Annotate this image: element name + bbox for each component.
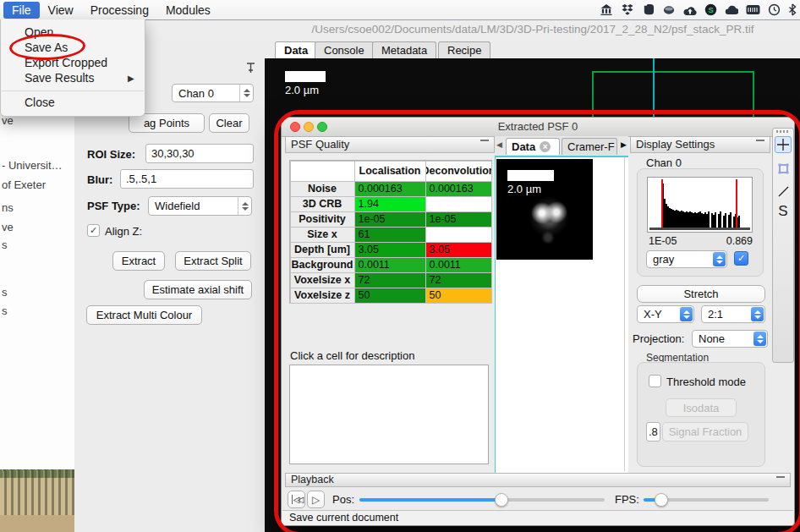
file-path: /Users/csoe002/Documents/data/LM/3D/3D-P…	[271, 23, 795, 36]
crosshair-icon	[776, 138, 790, 151]
channel-enable-checkbox[interactable]: ✓	[734, 251, 748, 266]
aspect-select[interactable]: 2:1	[701, 305, 765, 323]
table-cell[interactable]: 0.0011	[354, 257, 426, 273]
view-tabbar: ◀ Data × Cramer-F ▶	[495, 136, 628, 156]
table-cell[interactable]: 1e-05	[354, 211, 426, 228]
sidebar-fragment[interactable]: - Universit…	[2, 159, 63, 172]
bank-icon[interactable]	[600, 3, 613, 16]
view-tab-data[interactable]: Data ×	[506, 138, 560, 155]
tab-scroll-left-icon[interactable]: ◀	[496, 140, 502, 149]
menu-file[interactable]: File	[3, 2, 40, 19]
table-cell[interactable]	[425, 227, 492, 243]
onedrive-icon[interactable]	[725, 4, 738, 15]
keyboard-icon[interactable]	[746, 4, 760, 15]
sidebar-fragment[interactable]: of Exeter	[2, 178, 46, 191]
cloud-upload-icon[interactable]	[683, 4, 697, 16]
channel-label: Chan 0	[646, 156, 682, 169]
stretch-button[interactable]: Stretch	[637, 285, 765, 303]
extract-split-button[interactable]: Extract Split	[175, 251, 251, 271]
drag-handle[interactable]	[776, 130, 790, 133]
sphere-icon[interactable]	[662, 4, 676, 16]
menu-item-close[interactable]: Close	[25, 96, 55, 109]
sidebar-fragment[interactable]: s	[2, 239, 8, 251]
menu-processing[interactable]: Processing	[82, 2, 157, 19]
table-cell[interactable]: 72	[425, 272, 492, 288]
skitch-icon[interactable]: S	[704, 3, 717, 16]
table-cell[interactable]: 0.000163	[354, 181, 426, 197]
signal-fraction-button[interactable]: Signal Fraction	[662, 422, 748, 442]
threshold-mode-checkbox[interactable]	[649, 375, 661, 387]
table-cell[interactable]: 1e-05	[425, 211, 492, 228]
squiggle-tool[interactable]: S	[775, 203, 792, 220]
collapse-icon[interactable]	[480, 140, 489, 141]
table-cell[interactable]	[425, 196, 492, 212]
collapse-icon[interactable]	[756, 140, 764, 141]
table-cell[interactable]: 3.05	[425, 242, 492, 258]
menu-item-save-results[interactable]: Save Results	[25, 71, 94, 85]
tab-scroll-right-icon[interactable]: ▶	[621, 140, 627, 149]
close-traffic-light[interactable]	[290, 122, 300, 132]
table-cell[interactable]: 0.000163	[425, 181, 492, 197]
plane-select[interactable]: X-Y	[637, 305, 694, 323]
zoom-traffic-light[interactable]	[317, 122, 327, 132]
slider-thumb[interactable]	[655, 493, 668, 507]
sidebar-fragment[interactable]: s	[2, 286, 8, 299]
rectangle-select-tool[interactable]	[775, 160, 792, 177]
view-tab-cramer[interactable]: Cramer-F	[562, 138, 617, 155]
psf-window-titlebar[interactable]: Extracted PSF 0	[282, 118, 794, 137]
dropbox-icon[interactable]	[621, 3, 634, 16]
menu-item-save-as[interactable]: Save As	[25, 41, 68, 54]
histogram[interactable]	[647, 177, 753, 233]
table-cell[interactable]: 3.05	[354, 242, 426, 258]
extract-multi-colour-button[interactable]: Extract Multi Colour	[86, 305, 202, 325]
psf-type-select[interactable]: Widefield	[148, 196, 252, 216]
fraction-field[interactable]: .8	[646, 422, 660, 442]
clear-button[interactable]: Clear	[209, 113, 249, 133]
menu-view[interactable]: View	[40, 2, 82, 19]
table-cell[interactable]: 0.0011	[425, 257, 492, 273]
crosshair-tool[interactable]	[775, 136, 792, 153]
table-cell[interactable]: 72	[354, 272, 426, 288]
rewind-button[interactable]: ◁◁	[288, 491, 305, 508]
minimize-traffic-light[interactable]	[304, 122, 314, 132]
tab-console[interactable]: Console	[315, 41, 374, 58]
evernote-icon[interactable]	[642, 3, 655, 16]
psf-image[interactable]: 2.0 µm	[496, 159, 593, 260]
bluetooth-icon[interactable]	[788, 3, 797, 16]
histogram-max-line[interactable]	[736, 179, 737, 228]
menu-item-open[interactable]: Open	[25, 25, 53, 39]
menu-item-export-cropped[interactable]: Export Cropped	[25, 56, 107, 69]
tab-recipe[interactable]: Recipe	[438, 41, 490, 58]
colormap-select[interactable]: gray	[646, 250, 727, 268]
sidebar-fragment[interactable]: s	[2, 304, 8, 317]
sidebar-fragment[interactable]: ve	[2, 221, 14, 233]
isodata-button[interactable]: Isodata	[666, 398, 737, 417]
time-machine-icon[interactable]	[768, 3, 781, 16]
table-cell[interactable]: 61	[354, 227, 426, 243]
slider-thumb[interactable]	[495, 493, 508, 507]
close-tab-icon[interactable]: ×	[540, 141, 551, 152]
position-slider[interactable]	[359, 498, 605, 502]
histogram-min-line[interactable]	[661, 179, 663, 228]
blur-field[interactable]: .5,.5,1	[120, 169, 254, 189]
align-z-checkbox[interactable]: ✓	[87, 224, 100, 237]
tab-metadata[interactable]: Metadata	[372, 41, 436, 58]
sidebar-fragment[interactable]: ns	[2, 201, 14, 214]
channel-select[interactable]: Chan 0	[172, 84, 254, 102]
pin-icon[interactable]	[245, 63, 256, 74]
line-tool[interactable]	[775, 183, 792, 200]
fps-slider[interactable]	[644, 498, 769, 502]
table-cell[interactable]: 50	[425, 288, 492, 304]
menu-modules[interactable]: Modules	[157, 2, 219, 19]
psf-type-label: PSF Type:	[87, 200, 140, 212]
estimate-axial-shift-button[interactable]: Estimate axial shift	[144, 280, 252, 299]
extract-button[interactable]: Extract	[112, 251, 165, 271]
collapse-icon[interactable]	[776, 476, 785, 478]
projection-select[interactable]: None	[692, 330, 768, 348]
hist-min-label: 1E-05	[649, 235, 677, 247]
roi-size-field[interactable]: 30,30,30	[145, 144, 254, 163]
tab-data[interactable]: Data	[275, 41, 317, 58]
table-cell[interactable]: 50	[354, 288, 426, 304]
table-cell[interactable]: 1.94	[354, 196, 426, 212]
play-button[interactable]: ▷	[307, 491, 325, 508]
